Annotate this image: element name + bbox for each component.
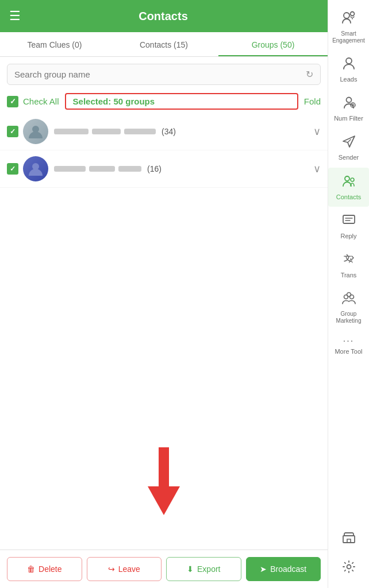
group-list: (34) ∨ (16) ∨ xyxy=(0,113,328,188)
export-button[interactable]: ⬇ Export xyxy=(166,557,241,581)
group-name-blur-6 xyxy=(118,166,141,172)
smart-engagement-icon xyxy=(341,10,356,29)
header-title: Contacts xyxy=(28,10,299,23)
sidebar-item-store[interactable] xyxy=(328,524,369,554)
group-avatar-1 xyxy=(23,119,48,144)
sidebar-item-sender[interactable]: Sender xyxy=(328,128,369,167)
svg-point-14 xyxy=(347,293,351,297)
broadcast-button[interactable]: ➤ Broadcast xyxy=(246,557,321,581)
sidebar-label-sender: Sender xyxy=(339,154,359,161)
svg-rect-9 xyxy=(343,215,355,223)
menu-icon[interactable]: ☰ xyxy=(9,9,21,24)
trash-icon: 🗑 xyxy=(27,564,35,574)
group-checkbox-2[interactable] xyxy=(7,163,18,175)
svg-point-7 xyxy=(345,176,349,181)
tabs: Team Clues (0) Contacts (15) Groups (50) xyxy=(0,32,328,57)
refresh-icon[interactable]: ↻ xyxy=(306,69,313,80)
group-name-blur-5 xyxy=(89,166,115,172)
tab-groups[interactable]: Groups (50) xyxy=(218,32,328,56)
sidebar-label-smart-engagement: SmartEngagement xyxy=(332,30,365,44)
arrow-shaft xyxy=(159,447,169,488)
tab-contacts[interactable]: Contacts (15) xyxy=(109,32,218,56)
sidebar-item-settings[interactable] xyxy=(328,554,369,583)
svg-point-4 xyxy=(346,58,352,64)
sender-icon xyxy=(341,134,356,152)
search-bar: ↻ xyxy=(7,64,321,85)
leave-icon: ↪ xyxy=(108,564,115,574)
sidebar: SmartEngagement Leads Num Filter xyxy=(328,0,369,588)
selected-badge: Selected: 50 groups xyxy=(65,93,298,110)
group-item[interactable]: (34) ∨ xyxy=(0,113,328,150)
export-icon: ⬇ xyxy=(187,564,194,574)
delete-button[interactable]: 🗑 Delete xyxy=(7,557,82,581)
content-area xyxy=(0,188,328,550)
group-checkbox-1[interactable] xyxy=(7,126,18,137)
settings-icon xyxy=(341,559,356,578)
header: ☰ Contacts xyxy=(0,0,328,32)
bottom-bar: 🗑 Delete ↪ Leave ⬇ Export ➤ Broadcast xyxy=(0,550,328,588)
group-name-blur-1 xyxy=(54,129,89,134)
sidebar-label-more-tool: More Tool xyxy=(335,348,362,355)
arrow-indicator xyxy=(148,447,180,515)
tab-team-clues[interactable]: Team Clues (0) xyxy=(0,32,109,56)
sidebar-item-contacts[interactable]: Contacts xyxy=(328,168,369,207)
sidebar-item-smart-engagement[interactable]: SmartEngagement xyxy=(328,5,369,50)
sidebar-label-trans: Trans xyxy=(341,272,357,279)
group-name-area-2: (16) xyxy=(54,164,313,173)
check-all-checkbox[interactable] xyxy=(7,96,18,107)
leave-button[interactable]: ↪ Leave xyxy=(87,557,162,581)
svg-point-2 xyxy=(344,13,349,18)
svg-point-5 xyxy=(346,98,351,103)
group-chevron-1[interactable]: ∨ xyxy=(313,125,321,138)
store-icon xyxy=(341,529,356,548)
sidebar-label-group-marketing: GroupMarketing xyxy=(336,311,362,324)
group-name-area-1: (34) xyxy=(54,127,313,136)
group-marketing-icon xyxy=(341,291,356,309)
group-avatar-2 xyxy=(23,156,48,181)
fold-button[interactable]: Fold xyxy=(304,96,321,106)
trans-icon: 文 A xyxy=(341,252,356,270)
group-count-1: (34) xyxy=(162,127,176,136)
sidebar-label-contacts: Contacts xyxy=(336,194,361,201)
contacts-icon xyxy=(341,173,356,192)
arrow-head xyxy=(148,486,180,515)
check-all-row: Check All Selected: 50 groups Fold xyxy=(0,90,328,113)
avatar-icon-2 xyxy=(28,161,44,177)
group-name-blur-2 xyxy=(92,129,121,134)
sidebar-item-more-tool[interactable]: ··· More Tool xyxy=(328,330,369,361)
group-name-blur-3 xyxy=(124,129,156,134)
sidebar-item-reply[interactable]: Reply xyxy=(328,207,369,246)
group-item-2[interactable]: (16) ∨ xyxy=(0,150,328,188)
svg-point-3 xyxy=(350,12,354,16)
sidebar-item-num-filter[interactable]: Num Filter xyxy=(328,89,369,128)
sidebar-item-leads[interactable]: Leads xyxy=(328,50,369,89)
num-filter-icon xyxy=(341,95,356,113)
group-count-2: (16) xyxy=(147,164,162,173)
check-all-label[interactable]: Check All xyxy=(23,96,59,106)
sidebar-label-num-filter: Num Filter xyxy=(334,115,363,122)
group-name-blur-4 xyxy=(54,166,86,172)
search-input[interactable] xyxy=(14,69,306,79)
svg-point-8 xyxy=(351,178,354,181)
sidebar-label-leads: Leads xyxy=(340,76,358,83)
broadcast-icon: ➤ xyxy=(260,564,267,574)
group-chevron-2[interactable]: ∨ xyxy=(313,163,321,175)
leads-icon xyxy=(341,56,356,74)
reply-icon xyxy=(341,212,356,231)
sidebar-item-group-marketing[interactable]: GroupMarketing xyxy=(328,285,369,330)
sidebar-item-trans[interactable]: 文 A Trans xyxy=(328,246,369,285)
svg-point-16 xyxy=(347,565,351,569)
avatar-icon-1 xyxy=(28,123,44,140)
sidebar-label-reply: Reply xyxy=(340,233,356,240)
more-tool-icon: ··· xyxy=(343,336,354,346)
